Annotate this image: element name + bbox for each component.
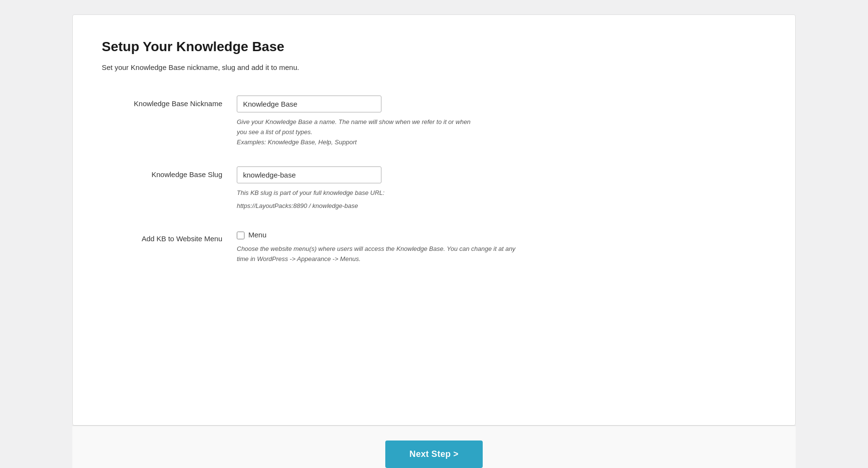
main-card: Setup Your Knowledge Base Set your Knowl… — [72, 14, 796, 426]
page-title: Setup Your Knowledge Base — [102, 39, 766, 55]
nickname-help: Give your Knowledge Base a name. The nam… — [237, 117, 516, 147]
next-step-button[interactable]: Next Step > — [385, 440, 483, 468]
slug-label: Knowledge Base Slug — [102, 166, 237, 179]
menu-checkbox-row: Menu — [237, 231, 526, 239]
footer-bar: Next Step > — [72, 426, 796, 468]
nickname-row: Knowledge Base Nickname Give your Knowle… — [102, 96, 766, 147]
slug-input[interactable] — [237, 166, 381, 183]
menu-checkbox-label[interactable]: Menu — [248, 231, 267, 239]
page-wrapper: Setup Your Knowledge Base Set your Knowl… — [72, 14, 796, 468]
menu-label: Add KB to Website Menu — [102, 231, 237, 243]
slug-help: This KB slug is part of your full knowle… — [237, 188, 516, 198]
slug-row: Knowledge Base Slug This KB slug is part… — [102, 166, 766, 211]
nickname-field-group: Give your Knowledge Base a name. The nam… — [237, 96, 526, 147]
nickname-label: Knowledge Base Nickname — [102, 96, 237, 108]
slug-field-group: This KB slug is part of your full knowle… — [237, 166, 526, 211]
form-container: Knowledge Base Nickname Give your Knowle… — [102, 96, 766, 284]
menu-help: Choose the website menu(s) where users w… — [237, 244, 516, 264]
menu-checkbox[interactable] — [237, 232, 244, 239]
menu-row: Add KB to Website Menu Menu Choose the w… — [102, 231, 766, 264]
page-subtitle: Set your Knowledge Base nickname, slug a… — [102, 63, 766, 71]
menu-field-group: Menu Choose the website menu(s) where us… — [237, 231, 526, 264]
nickname-input[interactable] — [237, 96, 381, 112]
slug-url: https://LayoutPacks:8890 / knowledge-bas… — [237, 201, 526, 211]
